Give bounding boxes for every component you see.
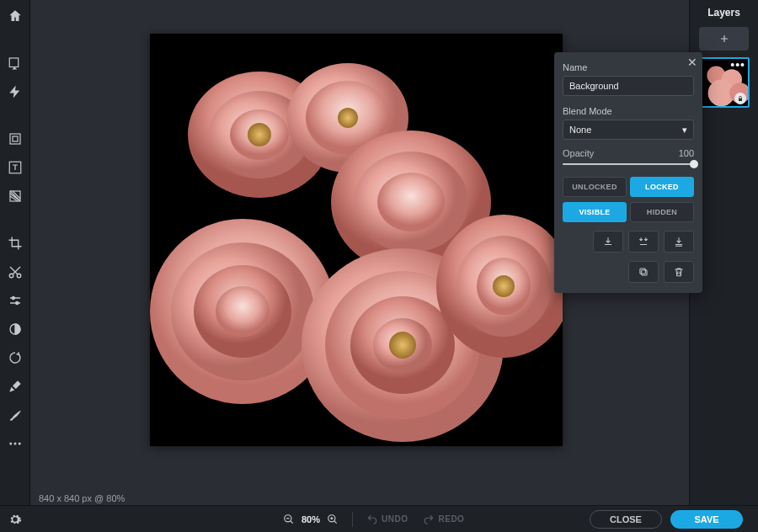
opacity-label: Opacity xyxy=(563,148,594,158)
canvas-image[interactable] xyxy=(150,34,563,446)
home-icon[interactable] xyxy=(4,5,26,27)
close-button[interactable]: CLOSE xyxy=(590,510,662,529)
svg-rect-1 xyxy=(10,134,20,144)
svg-point-7 xyxy=(12,297,14,300)
layer-menu-icon[interactable]: ••• xyxy=(730,58,745,72)
svg-point-8 xyxy=(15,302,18,305)
left-toolbar xyxy=(0,0,30,505)
canvas-dimensions-label: 840 x 840 px @ 80% xyxy=(39,493,125,503)
ai-tool-icon[interactable] xyxy=(4,81,26,103)
arrange-tool-icon[interactable] xyxy=(4,52,26,74)
blend-mode-value: None xyxy=(569,125,591,135)
texture-tool-icon[interactable] xyxy=(4,185,26,207)
zoom-in-button[interactable] xyxy=(327,513,339,525)
opacity-value: 100 xyxy=(679,148,694,158)
svg-point-12 xyxy=(18,443,20,445)
name-field-label: Name xyxy=(563,62,694,72)
merge-down-button[interactable] xyxy=(593,231,623,253)
svg-rect-43 xyxy=(640,269,645,274)
settings-button[interactable] xyxy=(0,506,30,532)
svg-rect-2 xyxy=(13,136,18,141)
delete-layer-button[interactable] xyxy=(664,261,694,283)
close-popover-button[interactable]: ✕ xyxy=(687,56,697,69)
slider-handle[interactable] xyxy=(690,160,698,168)
blend-field-label: Blend Mode xyxy=(563,106,694,116)
svg-point-17 xyxy=(248,123,271,146)
frame-tool-icon[interactable] xyxy=(4,128,26,150)
liquify-tool-icon[interactable] xyxy=(4,347,26,369)
svg-point-36 xyxy=(493,275,515,297)
zoom-out-button[interactable] xyxy=(283,513,295,525)
svg-rect-42 xyxy=(642,270,647,275)
blend-mode-select[interactable]: None ▾ xyxy=(563,120,694,140)
retouch-tool-icon[interactable] xyxy=(4,375,26,397)
unlocked-toggle[interactable]: UNLOCKED xyxy=(563,177,627,197)
layer-thumbnail[interactable]: ••• xyxy=(699,57,750,108)
image-content xyxy=(150,34,563,446)
history-controls: UNDO REDO xyxy=(366,513,464,525)
adjust-tool-icon[interactable] xyxy=(4,290,26,311)
flatten-button[interactable] xyxy=(628,231,659,253)
send-back-button[interactable] xyxy=(664,231,694,253)
undo-button[interactable]: UNDO xyxy=(366,513,408,525)
zoom-controls: 80% xyxy=(283,513,339,525)
layers-panel-title: Layers xyxy=(690,0,758,27)
exposure-tool-icon[interactable] xyxy=(4,318,26,340)
svg-point-20 xyxy=(338,108,358,128)
duplicate-layer-button[interactable] xyxy=(628,261,659,283)
more-tools-icon[interactable] xyxy=(4,433,26,455)
layer-properties-popover: ✕ Name Blend Mode None ▾ Opacity 100 UNL… xyxy=(554,52,702,293)
svg-point-10 xyxy=(9,443,12,445)
save-button[interactable]: SAVE xyxy=(670,510,743,529)
bottom-bar: 80% UNDO REDO CLOSE SAVE xyxy=(0,505,758,532)
lock-badge-icon xyxy=(734,93,746,104)
svg-point-11 xyxy=(13,443,16,445)
redo-button[interactable]: REDO xyxy=(423,513,464,525)
svg-point-32 xyxy=(389,332,416,359)
layer-name-input[interactable] xyxy=(563,76,694,96)
svg-point-23 xyxy=(377,173,445,231)
svg-rect-0 xyxy=(9,58,19,67)
text-tool-icon[interactable] xyxy=(4,157,26,178)
hidden-toggle[interactable]: HIDDEN xyxy=(630,202,694,222)
zoom-percent: 80% xyxy=(302,514,320,524)
opacity-slider[interactable] xyxy=(563,163,694,165)
crop-tool-icon[interactable] xyxy=(4,232,26,254)
cut-tool-icon[interactable] xyxy=(4,261,26,283)
brush-tool-icon[interactable] xyxy=(4,404,26,426)
svg-point-27 xyxy=(216,286,270,337)
locked-toggle[interactable]: LOCKED xyxy=(630,177,694,197)
visible-toggle[interactable]: VISIBLE xyxy=(563,202,627,222)
add-layer-button[interactable] xyxy=(699,27,749,51)
chevron-down-icon: ▾ xyxy=(682,125,687,136)
